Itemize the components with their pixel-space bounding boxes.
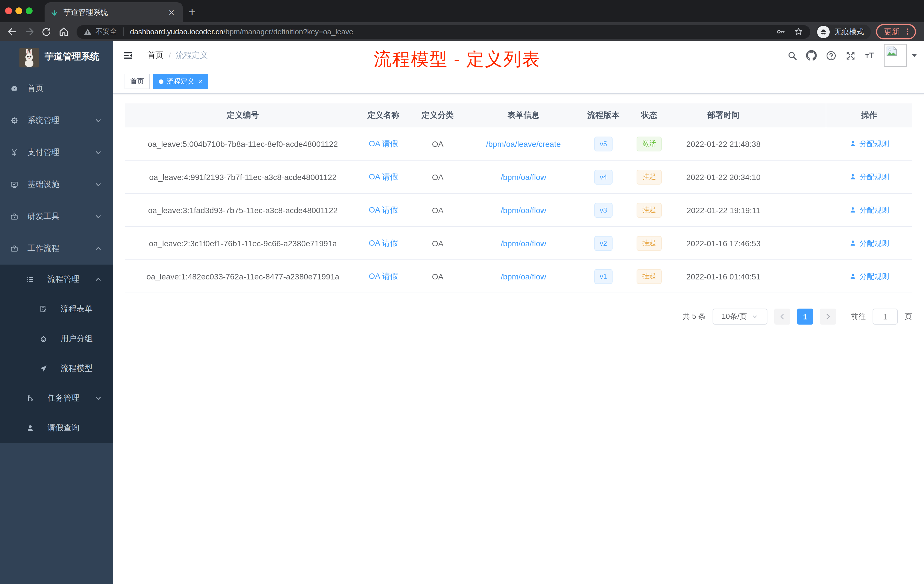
page-1-button[interactable]: 1 (797, 308, 813, 325)
app-logo[interactable]: 芋道管理系统 (0, 41, 113, 73)
definition-name-link[interactable]: OA 请假 (369, 139, 398, 149)
sidebar-item-流程管理[interactable]: 流程管理 (0, 265, 113, 294)
sidebar-item-首页[interactable]: 首页 (0, 73, 113, 105)
prev-page-button[interactable] (774, 308, 790, 325)
chevron-down-icon (95, 149, 102, 156)
sidebar-item-系统管理[interactable]: 系统管理 (0, 105, 113, 137)
sidebar-item-label: 首页 (27, 83, 43, 94)
tab-close-icon[interactable]: ✕ (166, 8, 177, 17)
search-icon[interactable] (782, 50, 802, 61)
home-icon[interactable] (55, 26, 72, 37)
gear-icon (10, 117, 18, 125)
table-body: oa_leave:5:004b710b-7b8a-11ec-8ef0-acde4… (125, 127, 912, 293)
assign-rule-link[interactable]: 分配规则 (849, 172, 889, 182)
sidebar-item-label: 系统管理 (27, 115, 59, 126)
cell-definition-id: oa_leave:3:1fad3d93-7b75-11ec-a3c8-acde4… (125, 194, 361, 226)
cell-process-version: v4 (578, 160, 629, 193)
sidebar-item-支付管理[interactable]: 支付管理 (0, 137, 113, 168)
cell-deploy-time: 2022-01-16 17:46:53 (669, 227, 778, 259)
definition-name-link[interactable]: OA 请假 (369, 205, 398, 215)
back-icon[interactable] (3, 26, 21, 37)
cell-form-info: /bpm/oa/flow (469, 227, 578, 259)
minimize-window-button[interactable] (15, 7, 22, 14)
active-dot (159, 79, 163, 84)
chevron-down-icon (95, 395, 102, 402)
sidebar-item-请假查询[interactable]: 请假查询 (0, 413, 113, 443)
pagination: 共 5 条 10条/页 1 前往 页 (125, 308, 912, 325)
app-title: 芋道管理系统 (45, 41, 99, 73)
font-size-icon[interactable]: TT (860, 50, 879, 61)
browser-tab[interactable]: 芋道管理系统 ✕ (45, 2, 183, 22)
col-definition-name: 定义名称 (361, 104, 406, 127)
cell-definition-name: OA 请假 (361, 260, 406, 292)
sidebar-item-用户分组[interactable]: 用户分组 (0, 324, 113, 354)
next-page-button[interactable] (820, 308, 836, 325)
url-bar[interactable]: 不安全 dashboard.yudao.iocoder.cn /bpm/mana… (77, 25, 810, 39)
url-path: /bpm/manager/definition?key=oa_leave (223, 27, 353, 36)
chevron-down-icon (95, 213, 102, 220)
tag-current[interactable]: 流程定义 × (153, 74, 208, 89)
status-badge: 挂起 (637, 236, 662, 251)
sidebar-item-基础设施[interactable]: 基础设施 (0, 168, 113, 201)
fullscreen-icon[interactable] (841, 50, 860, 61)
forward-icon[interactable] (21, 26, 38, 37)
incognito-label: 无痕模式 (834, 26, 864, 37)
key-icon[interactable] (776, 27, 786, 36)
goto-label: 前往 (851, 312, 866, 322)
cell-deploy-time: 2022-01-22 19:19:11 (669, 194, 778, 226)
app-navbar: 首页 / 流程定义 (113, 41, 924, 70)
cell-filler (778, 194, 826, 226)
sidebar-collapse-icon[interactable] (123, 50, 133, 61)
zoom-window-button[interactable] (26, 7, 33, 14)
form-link[interactable]: /bpm/oa/leave/create (486, 139, 561, 148)
list-icon (26, 276, 34, 284)
cell-deploy-time: 2022-01-22 20:34:10 (669, 160, 778, 193)
toolbox-icon (10, 213, 18, 221)
security-label[interactable]: 不安全 (96, 27, 117, 36)
flow-icon (26, 394, 34, 402)
definition-name-link[interactable]: OA 请假 (369, 238, 398, 248)
close-window-button[interactable] (5, 7, 12, 14)
star-icon[interactable] (794, 27, 804, 36)
cell-definition-name: OA 请假 (361, 227, 406, 259)
cell-filler (778, 260, 826, 292)
sidebar-item-流程表单[interactable]: 流程表单 (0, 294, 113, 324)
assign-rule-link[interactable]: 分配规则 (849, 205, 889, 215)
col-filler (778, 104, 826, 127)
cell-actions: 分配规则 (826, 127, 912, 160)
col-process-version: 流程版本 (578, 104, 629, 127)
form-link[interactable]: /bpm/oa/flow (501, 172, 546, 181)
assign-rule-link[interactable]: 分配规则 (849, 139, 889, 149)
annotation-title: 流程模型 - 定义列表 (374, 48, 541, 71)
github-icon[interactable] (802, 50, 821, 61)
form-link[interactable]: /bpm/oa/flow (501, 205, 546, 214)
form-link[interactable]: /bpm/oa/flow (501, 272, 546, 281)
sidebar-item-任务管理[interactable]: 任务管理 (0, 383, 113, 413)
avatar[interactable] (884, 44, 907, 67)
new-tab-button[interactable]: + (188, 3, 196, 21)
form-link[interactable]: /bpm/oa/flow (501, 239, 546, 248)
sidebar-item-研发工具[interactable]: 研发工具 (0, 201, 113, 233)
assign-rule-link[interactable]: 分配规则 (849, 271, 889, 281)
browser-toolbar: 不安全 dashboard.yudao.iocoder.cn /bpm/mana… (0, 22, 924, 41)
form-icon (40, 305, 48, 313)
sidebar-item-label: 请假查询 (48, 423, 79, 433)
sidebar-item-label: 流程管理 (48, 274, 79, 285)
definition-name-link[interactable]: OA 请假 (369, 271, 398, 281)
assign-rule-link[interactable]: 分配规则 (849, 238, 889, 248)
tag-close-icon[interactable]: × (198, 78, 202, 86)
update-button[interactable]: 更新 ⋮ (876, 24, 916, 40)
chevron-down-icon[interactable] (911, 54, 917, 57)
goto-page-input[interactable] (873, 308, 898, 325)
page-size-select[interactable]: 10条/页 (713, 308, 767, 325)
help-icon[interactable] (821, 50, 841, 61)
sidebar-item-工作流程[interactable]: 工作流程 (0, 233, 113, 265)
definition-name-link[interactable]: OA 请假 (369, 172, 398, 182)
col-form-info: 表单信息 (469, 104, 578, 127)
reload-icon[interactable] (38, 26, 55, 37)
menu-dots-icon[interactable]: ⋮ (903, 28, 911, 35)
sidebar-item-流程模型[interactable]: 流程模型 (0, 354, 113, 383)
warning-icon[interactable] (83, 27, 92, 36)
breadcrumb-home[interactable]: 首页 (147, 50, 163, 61)
tag-home[interactable]: 首页 (125, 74, 150, 89)
